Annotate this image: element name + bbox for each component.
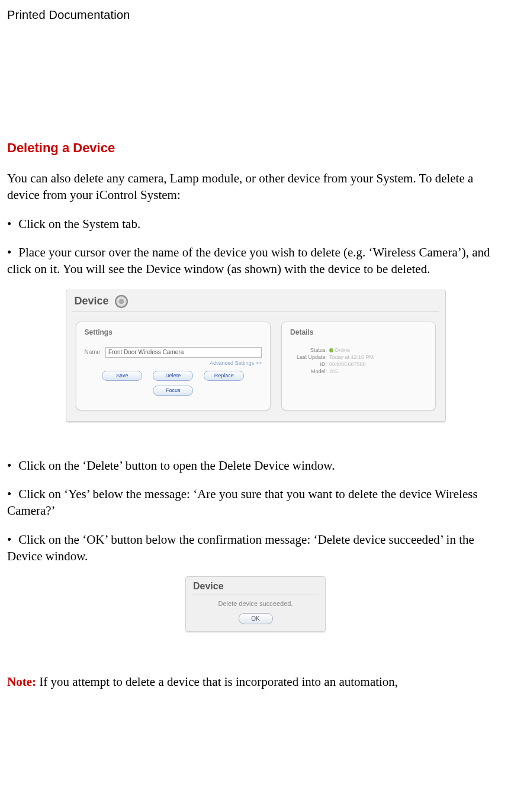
model-value: 205 [329,368,338,374]
bullet-4: • Click on ‘Yes’ below the message: ‘Are… [7,486,504,519]
details-panel: Details Status: Online Last Update: Toda… [281,322,435,410]
replace-button[interactable]: Replace [204,371,244,381]
settings-panel: Settings Name: Front Door Wireless Camer… [76,322,271,410]
settings-panel-title: Settings [85,328,262,336]
delete-button[interactable]: Delete [153,371,193,381]
last-update-label: Last Update: [290,354,327,360]
id-value: 00408C667588 [329,361,366,367]
status-value: Online [329,347,350,353]
confirmation-title: Device [186,577,325,595]
section-title: Deleting a Device [7,140,504,156]
bullet-3: • Click on the ‘Delete’ button to open t… [7,457,504,474]
note-label: Note: [7,675,36,689]
bullet-3-text: Click on the ‘Delete’ button to open the… [18,458,335,473]
advanced-settings-link[interactable]: Advanced Settings >> [85,360,262,366]
save-button[interactable]: Save [102,371,142,381]
confirmation-dialog-figure: Device Delete device succeeded. OK [185,576,326,632]
bullet-2: • Place your cursor over the name of the… [7,244,504,278]
name-input[interactable]: Front Door Wireless Camera [105,347,262,358]
bullet-1-text: Click on the System tab. [18,217,140,231]
id-label: ID: [290,361,327,367]
device-window-title: Device [75,295,109,307]
details-panel-title: Details [290,328,426,336]
bullet-1: • Click on the System tab. [7,216,504,232]
intro-paragraph: You can also delete any camera, Lamp mod… [7,170,504,204]
note-text: If you attempt to delete a device that i… [36,675,398,689]
page-header: Printed Documentation [7,8,504,22]
status-dot-icon [329,348,333,352]
ok-button[interactable]: OK [239,613,273,624]
bullet-4-text: Click on ‘Yes’ below the message: ‘Are y… [7,487,478,518]
last-update-value: Today at 12:16 PM [329,354,374,360]
camera-icon [115,295,128,308]
note-paragraph: Note: If you attempt to delete a device … [7,673,504,690]
device-window-figure: Device Settings Name: Front Door Wireles… [66,290,446,422]
name-label: Name: [85,349,102,355]
bullet-5-text: Click on the ‘OK’ button below the confi… [7,532,474,563]
confirmation-message: Delete device succeeded. [186,595,325,611]
bullet-5: • Click on the ‘OK’ button below the con… [7,531,504,565]
focus-button[interactable]: Focus [153,386,193,396]
model-label: Model: [290,368,327,374]
status-label: Status: [290,347,327,353]
bullet-2-text: Place your cursor over the name of the d… [7,245,490,276]
